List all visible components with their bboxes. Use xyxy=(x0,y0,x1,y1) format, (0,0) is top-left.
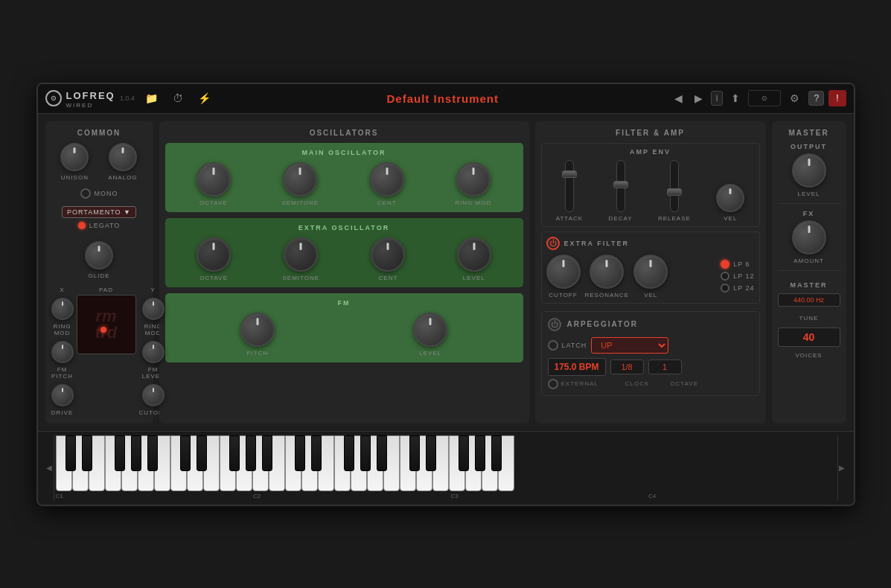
drive-knob[interactable] xyxy=(51,384,74,406)
arp-octave-col: 1 xyxy=(648,359,682,374)
lp12-radio[interactable]: LP 12 xyxy=(721,272,754,281)
tune-display: 440.00 Hz xyxy=(778,293,840,307)
unison-knob[interactable] xyxy=(60,143,89,171)
black-key-24[interactable] xyxy=(459,435,469,471)
filter-vel-knob[interactable] xyxy=(633,255,668,289)
latch-button[interactable] xyxy=(548,340,558,351)
level-knob[interactable] xyxy=(792,153,826,188)
analog-knob[interactable] xyxy=(109,143,137,171)
fm-level-knob-osc[interactable] xyxy=(413,313,447,347)
black-key-26[interactable] xyxy=(491,435,502,471)
attack-slider-thumb[interactable] xyxy=(562,170,577,178)
black-key-17[interactable] xyxy=(344,435,354,471)
black-key-11[interactable] xyxy=(246,435,256,471)
extra-cent-knob[interactable] xyxy=(371,237,405,272)
keyboard-scroll-left[interactable]: ◀ xyxy=(45,435,54,501)
help-button[interactable]: ? xyxy=(808,91,824,106)
glide-row: GLIDE xyxy=(51,241,147,279)
arp-controls-row: LATCH UP DOWN UP/DOWN RANDOM xyxy=(548,337,753,354)
level-knob-row: LEVEL xyxy=(778,153,840,197)
y-label: Y xyxy=(150,287,155,293)
pad-display[interactable]: rmtrd xyxy=(77,295,136,354)
black-key-0[interactable] xyxy=(66,435,76,471)
attack-slider-track[interactable] xyxy=(565,160,574,212)
nav-play-button[interactable]: ▶ xyxy=(691,91,706,106)
release-slider-thumb[interactable] xyxy=(667,188,682,196)
resonance-knob[interactable] xyxy=(590,255,624,289)
arp-clock-display[interactable]: 1/8 xyxy=(610,359,644,374)
black-key-1[interactable] xyxy=(82,435,92,471)
black-key-18[interactable] xyxy=(360,435,371,471)
fm-pitch-knob-osc[interactable] xyxy=(240,313,275,347)
release-slider-track[interactable] xyxy=(670,160,679,212)
main-octave-knob[interactable] xyxy=(197,162,231,196)
amount-label: AMOUNT xyxy=(793,258,824,264)
decay-slider-track[interactable] xyxy=(616,160,625,212)
ring-mod-knob[interactable] xyxy=(51,298,74,320)
arp-direction-dropdown[interactable]: UP DOWN UP/DOWN RANDOM xyxy=(591,337,668,354)
top-right-controls: ◀ ▶ i ⬆ ⊙ ⚙ ? ! xyxy=(671,90,846,106)
lp6-radio[interactable]: LP 6 xyxy=(721,260,754,269)
black-key-5[interactable] xyxy=(147,435,158,471)
vel-knob[interactable] xyxy=(716,184,744,212)
nav-prev-button[interactable]: ◀ xyxy=(671,91,686,106)
mono-circle[interactable] xyxy=(80,188,91,199)
c2-label: C2 xyxy=(253,493,261,499)
info-button[interactable]: i xyxy=(711,91,724,106)
filter-type-group: LP 6 LP 12 LP 24 xyxy=(721,260,754,293)
extra-semitone-knob[interactable] xyxy=(284,237,318,272)
panic-button[interactable]: ! xyxy=(828,90,846,106)
black-key-14[interactable] xyxy=(295,435,305,471)
ring-mod-y-knob[interactable] xyxy=(142,298,165,320)
vel-knob-container: VEL xyxy=(716,184,744,222)
vel-label: VEL xyxy=(724,215,737,222)
extra-osc-label: EXTRA OSCILLATOR xyxy=(171,224,517,231)
keyboard-scroll-right[interactable]: ▶ xyxy=(837,435,846,501)
black-key-25[interactable] xyxy=(475,435,485,471)
main-cent-knob[interactable] xyxy=(370,162,404,196)
extra-osc-knobs: OCTAVE SEMITONE CENT LEVEL xyxy=(171,237,517,281)
black-key-19[interactable] xyxy=(377,435,387,471)
black-key-3[interactable] xyxy=(115,435,125,471)
extra-filter-power-btn[interactable]: ⏻ xyxy=(546,237,560,250)
open-file-button[interactable]: 📁 xyxy=(141,89,162,107)
settings-filter-button[interactable]: ⚡ xyxy=(194,89,215,107)
cutoff-knob[interactable] xyxy=(546,255,581,289)
history-button[interactable]: ⏱ xyxy=(168,89,188,107)
fm-level-y-knob[interactable] xyxy=(142,341,165,363)
decay-slider-thumb[interactable] xyxy=(613,181,628,188)
black-key-7[interactable] xyxy=(180,435,191,471)
external-button[interactable] xyxy=(548,379,558,389)
black-key-4[interactable] xyxy=(131,435,141,471)
pad-dot xyxy=(100,327,106,333)
black-key-10[interactable] xyxy=(229,435,240,471)
extra-level-knob[interactable] xyxy=(457,237,491,272)
mono-toggle[interactable]: MONO xyxy=(51,188,147,199)
decay-label: DECAY xyxy=(609,215,633,222)
black-key-8[interactable] xyxy=(197,435,207,471)
right-pad-column: Y RING MOD FM LEVEL CUTOFF xyxy=(139,287,167,416)
cutoff-y-knob[interactable] xyxy=(142,384,165,406)
fm-pitch-knob[interactable] xyxy=(51,341,74,363)
arp-bpm-display[interactable]: 175.0 BPM xyxy=(548,358,606,376)
fm-pitch-label-osc: PITCH xyxy=(246,350,268,357)
main-octave-container: OCTAVE xyxy=(197,162,231,206)
black-key-22[interactable] xyxy=(426,435,436,471)
arp-power-btn[interactable]: ⏻ xyxy=(548,318,561,331)
arp-octave-display[interactable]: 1 xyxy=(648,359,682,374)
main-ringmod-knob[interactable] xyxy=(456,162,491,196)
tune-label: TUNE xyxy=(799,315,819,322)
save-button[interactable]: ⬆ xyxy=(727,91,744,106)
gear-button[interactable]: ⚙ xyxy=(785,91,804,106)
fm-level-container: LEVEL xyxy=(413,313,447,357)
glide-knob[interactable] xyxy=(85,241,113,269)
black-key-15[interactable] xyxy=(311,435,322,471)
black-key-12[interactable] xyxy=(262,435,272,471)
extra-octave-knob[interactable] xyxy=(197,237,231,272)
lp24-radio[interactable]: LP 24 xyxy=(721,284,754,293)
portamento-button[interactable]: PORTAMENTO ▼ xyxy=(62,206,136,218)
amp-env-section: AMP ENV ATTACK DECAY xyxy=(541,143,760,227)
amount-knob[interactable] xyxy=(792,220,826,255)
black-key-21[interactable] xyxy=(409,435,420,471)
main-semitone-knob[interactable] xyxy=(283,162,317,196)
